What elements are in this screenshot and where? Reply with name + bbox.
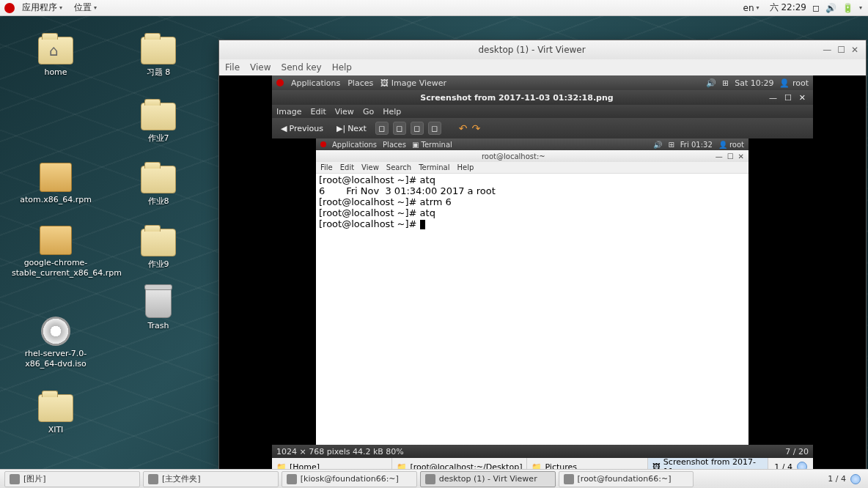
terminal-output: [root@localhost ~]# atq 6 Fri Nov 3 01:3…	[316, 174, 749, 232]
inner-terminal-btn: ▣ Terminal	[412, 141, 452, 149]
virt-title: desktop (1) - Virt Viewer	[249, 45, 815, 55]
desktop-icon-hw7[interactable]: 作业7	[114, 103, 202, 144]
desktop-icon-hw8[interactable]: 作业8	[114, 166, 202, 207]
guest-logo-icon	[276, 79, 284, 86]
inner-places: Places	[383, 141, 406, 149]
task-virt-viewer[interactable]: desktop (1) - Virt Viewer	[420, 471, 556, 487]
next-button[interactable]: ▶| Next	[332, 122, 371, 136]
task-pictures[interactable]: [图片]	[4, 471, 140, 487]
volume-icon[interactable]: 🔊	[825, 3, 836, 13]
terminal-icon	[287, 474, 297, 484]
iv-minimize-button[interactable]: —	[769, 93, 777, 103]
clock: 六 22:29	[770, 1, 806, 14]
iv-close-button[interactable]: ✕	[799, 93, 806, 103]
host-taskbar: [图片] [主文件夹] [kiosk@foundation66:~] deskt…	[0, 469, 868, 488]
minimize-button[interactable]: —	[823, 45, 831, 55]
desktop[interactable]: ⌂home 习题 8 作业7 atom.x86_64.rpm 作业8 googl…	[0, 16, 868, 469]
desktop-icon-chrome[interactable]: google-chrome-stable_current_x86_64.rpm	[12, 226, 100, 279]
status-page: 7 / 20	[785, 447, 809, 456]
inner-guest-topbar: Applications Places ▣ Terminal 🔊 ⊞ Fri 0…	[316, 138, 749, 150]
imageviewer-canvas: Applications Places ▣ Terminal 🔊 ⊞ Fri 0…	[272, 138, 813, 445]
terminal-title: root@localhost:~	[316, 152, 711, 160]
host-topbar: 应用程序▾ 位置▾ en▾ 六 22:29 ◻ 🔊 🔋 ▾	[0, 0, 868, 16]
battery-icon[interactable]: 🔋	[842, 3, 853, 13]
task-root-term[interactable]: [root@foundation66:~]	[559, 471, 694, 487]
prev-button[interactable]: ◀ Previous	[276, 122, 328, 136]
terminal-menubar: File Edit View Search Terminal Help	[316, 162, 749, 174]
virt-viewer-window: desktop (1) - Virt Viewer — ☐ ✕ File Vie…	[218, 40, 867, 482]
virt-titlebar[interactable]: desktop (1) - Virt Viewer — ☐ ✕	[219, 40, 866, 59]
guest-volume-icon[interactable]: 🔊	[706, 78, 716, 88]
imageviewer-title: Screenshot from 2017-11-03 01:32:18.png	[272, 93, 762, 103]
zoom-in-icon[interactable]: ◻	[375, 122, 389, 135]
virt-menu-sendkey[interactable]: Send key	[282, 62, 322, 73]
iv-maximize-button[interactable]: ☐	[784, 93, 792, 103]
system-menu-icon[interactable]: ▾	[859, 4, 862, 11]
inner-apps: Applications	[332, 141, 377, 149]
inner-user: 👤 root	[718, 141, 744, 149]
term-menu-view: View	[361, 163, 379, 171]
imageviewer-titlebar[interactable]: Screenshot from 2017-11-03 01:32:18.png …	[272, 90, 813, 105]
virt-menu-view[interactable]: View	[250, 62, 271, 73]
task-kiosk-term[interactable]: [kiosk@foundation66:~]	[282, 471, 417, 487]
folder-icon	[148, 474, 158, 484]
imageviewer-menubar: Image Edit View Go Help	[272, 105, 813, 118]
desktop-icon-xiti8[interactable]: 习题 8	[114, 37, 202, 78]
term-menu-file: File	[320, 163, 333, 171]
rotate-right-icon[interactable]: ↷	[472, 122, 481, 134]
guest-clock: Sat 10:29	[735, 78, 773, 88]
inner-volume-icon: 🔊	[653, 141, 662, 149]
maximize-button[interactable]: ☐	[837, 45, 845, 55]
term-menu-edit: Edit	[340, 163, 354, 171]
zoom-out-icon[interactable]: ◻	[393, 122, 406, 135]
guest-places[interactable]: Places	[347, 78, 373, 88]
iv-menu-go[interactable]: Go	[363, 107, 374, 117]
screen-icon[interactable]: ◻	[812, 3, 820, 13]
desktop-icon-trash[interactable]: Trash	[114, 287, 202, 331]
rotate-left-icon[interactable]: ↶	[459, 122, 468, 134]
display-icon	[425, 474, 435, 484]
distro-logo-icon	[4, 3, 15, 13]
desktop-icon-atom[interactable]: atom.x86_64.rpm	[12, 163, 100, 205]
virt-menu-file[interactable]: File	[225, 62, 240, 73]
menu-places[interactable]: 位置▾	[70, 1, 101, 14]
term-menu-terminal: Terminal	[419, 163, 449, 171]
guest-imageviewer-btn[interactable]: 🖼 Image Viewer	[380, 78, 446, 88]
desktop-icon-hw9[interactable]: 作业9	[114, 229, 202, 270]
desktop-icon-home[interactable]: ⌂home	[12, 37, 100, 78]
cursor-icon	[420, 220, 425, 229]
workspace-switcher[interactable]: 1 / 4	[820, 474, 868, 484]
guest-topbar: Applications Places 🖼 Image Viewer 🔊 ⊞ S…	[272, 75, 813, 90]
virt-menubar: File View Send key Help	[219, 59, 866, 75]
iv-menu-image[interactable]: Image	[276, 107, 301, 117]
terminal-titlebar: root@localhost:~ —☐✕	[316, 150, 749, 162]
imageviewer-statusbar: 1024 × 768 pixels 44.2 kB 80% 7 / 20	[272, 445, 813, 458]
guest-network-icon[interactable]: ⊞	[722, 78, 729, 88]
input-lang[interactable]: en▾	[739, 3, 764, 13]
guest-user[interactable]: 👤 root	[779, 78, 809, 88]
virt-menu-help[interactable]: Help	[332, 62, 352, 73]
iv-menu-view[interactable]: View	[335, 107, 354, 117]
inner-net-icon: ⊞	[668, 141, 674, 149]
term-menu-help: Help	[457, 163, 474, 171]
status-dimensions: 1024 × 768 pixels 44.2 kB 80%	[276, 447, 404, 456]
folder-icon	[10, 474, 20, 484]
imageviewer-toolbar: ◀ Previous ▶| Next ◻ ◻ ◻ ◻ ↶ ↷	[272, 118, 813, 138]
workspace-dot-icon[interactable]	[850, 474, 861, 484]
zoom-100-icon[interactable]: ◻	[428, 122, 441, 135]
menu-applications[interactable]: 应用程序▾	[18, 1, 67, 14]
desktop-icon-rhel[interactable]: rhel-server-7.0-x86_64-dvd.iso	[12, 317, 100, 370]
screenshot-content: Applications Places ▣ Terminal 🔊 ⊞ Fri 0…	[316, 138, 749, 445]
iv-menu-edit[interactable]: Edit	[310, 107, 326, 117]
zoom-fit-icon[interactable]: ◻	[411, 122, 424, 135]
guest-apps[interactable]: Applications	[291, 78, 340, 88]
term-menu-search: Search	[386, 163, 411, 171]
close-button[interactable]: ✕	[851, 45, 858, 55]
inner-logo-icon	[320, 141, 326, 147]
task-home[interactable]: [主文件夹]	[143, 471, 279, 487]
iv-menu-help[interactable]: Help	[383, 107, 401, 117]
terminal-icon	[564, 474, 574, 484]
guest-display: Applications Places 🖼 Image Viewer 🔊 ⊞ S…	[272, 75, 813, 483]
desktop-icon-xiti[interactable]: XITI	[12, 394, 100, 435]
inner-clock: Fri 01:32	[680, 141, 713, 149]
